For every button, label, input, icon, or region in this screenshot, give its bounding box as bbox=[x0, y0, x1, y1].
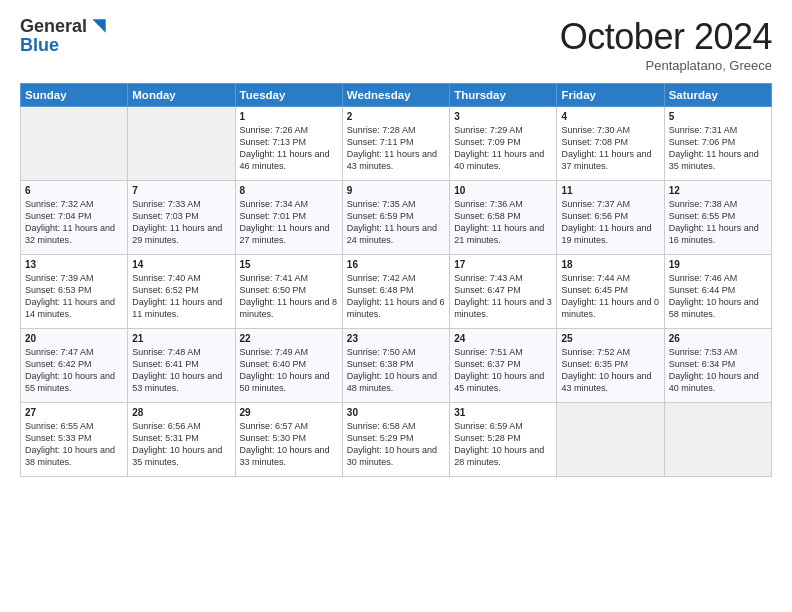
calendar-cell: 2Sunrise: 7:28 AMSunset: 7:11 PMDaylight… bbox=[342, 107, 449, 181]
cell-info: Sunrise: 7:52 AMSunset: 6:35 PMDaylight:… bbox=[561, 346, 659, 395]
calendar-cell: 12Sunrise: 7:38 AMSunset: 6:55 PMDayligh… bbox=[664, 181, 771, 255]
calendar-cell: 4Sunrise: 7:30 AMSunset: 7:08 PMDaylight… bbox=[557, 107, 664, 181]
cell-info: Sunrise: 7:33 AMSunset: 7:03 PMDaylight:… bbox=[132, 198, 230, 247]
calendar-cell bbox=[557, 403, 664, 477]
calendar-cell: 28Sunrise: 6:56 AMSunset: 5:31 PMDayligh… bbox=[128, 403, 235, 477]
calendar-cell: 11Sunrise: 7:37 AMSunset: 6:56 PMDayligh… bbox=[557, 181, 664, 255]
logo-blue-text: Blue bbox=[20, 36, 109, 54]
calendar-cell: 15Sunrise: 7:41 AMSunset: 6:50 PMDayligh… bbox=[235, 255, 342, 329]
calendar-cell: 21Sunrise: 7:48 AMSunset: 6:41 PMDayligh… bbox=[128, 329, 235, 403]
day-number: 8 bbox=[240, 185, 338, 196]
calendar-cell: 8Sunrise: 7:34 AMSunset: 7:01 PMDaylight… bbox=[235, 181, 342, 255]
cell-info: Sunrise: 7:26 AMSunset: 7:13 PMDaylight:… bbox=[240, 124, 338, 173]
cell-info: Sunrise: 6:55 AMSunset: 5:33 PMDaylight:… bbox=[25, 420, 123, 469]
calendar-table: SundayMondayTuesdayWednesdayThursdayFrid… bbox=[20, 83, 772, 477]
cell-info: Sunrise: 7:36 AMSunset: 6:58 PMDaylight:… bbox=[454, 198, 552, 247]
calendar-cell bbox=[21, 107, 128, 181]
calendar-cell: 25Sunrise: 7:52 AMSunset: 6:35 PMDayligh… bbox=[557, 329, 664, 403]
calendar-week-row: 27Sunrise: 6:55 AMSunset: 5:33 PMDayligh… bbox=[21, 403, 772, 477]
calendar-cell: 18Sunrise: 7:44 AMSunset: 6:45 PMDayligh… bbox=[557, 255, 664, 329]
day-number: 2 bbox=[347, 111, 445, 122]
calendar-cell: 13Sunrise: 7:39 AMSunset: 6:53 PMDayligh… bbox=[21, 255, 128, 329]
cell-info: Sunrise: 7:34 AMSunset: 7:01 PMDaylight:… bbox=[240, 198, 338, 247]
day-header-saturday: Saturday bbox=[664, 84, 771, 107]
cell-info: Sunrise: 7:47 AMSunset: 6:42 PMDaylight:… bbox=[25, 346, 123, 395]
calendar-cell: 1Sunrise: 7:26 AMSunset: 7:13 PMDaylight… bbox=[235, 107, 342, 181]
logo-general-text: General bbox=[20, 17, 87, 35]
page-header: General Blue October 2024 Pentaplatano, … bbox=[20, 16, 772, 73]
cell-info: Sunrise: 7:44 AMSunset: 6:45 PMDaylight:… bbox=[561, 272, 659, 321]
calendar-cell: 9Sunrise: 7:35 AMSunset: 6:59 PMDaylight… bbox=[342, 181, 449, 255]
cell-info: Sunrise: 6:58 AMSunset: 5:29 PMDaylight:… bbox=[347, 420, 445, 469]
cell-info: Sunrise: 7:40 AMSunset: 6:52 PMDaylight:… bbox=[132, 272, 230, 321]
svg-marker-0 bbox=[92, 19, 105, 32]
calendar-cell: 17Sunrise: 7:43 AMSunset: 6:47 PMDayligh… bbox=[450, 255, 557, 329]
cell-info: Sunrise: 7:43 AMSunset: 6:47 PMDaylight:… bbox=[454, 272, 552, 321]
day-number: 26 bbox=[669, 333, 767, 344]
cell-info: Sunrise: 7:35 AMSunset: 6:59 PMDaylight:… bbox=[347, 198, 445, 247]
day-number: 28 bbox=[132, 407, 230, 418]
month-title: October 2024 bbox=[560, 16, 772, 58]
cell-info: Sunrise: 7:38 AMSunset: 6:55 PMDaylight:… bbox=[669, 198, 767, 247]
day-number: 31 bbox=[454, 407, 552, 418]
calendar-cell: 16Sunrise: 7:42 AMSunset: 6:48 PMDayligh… bbox=[342, 255, 449, 329]
calendar-cell: 5Sunrise: 7:31 AMSunset: 7:06 PMDaylight… bbox=[664, 107, 771, 181]
location-subtitle: Pentaplatano, Greece bbox=[560, 58, 772, 73]
cell-info: Sunrise: 7:37 AMSunset: 6:56 PMDaylight:… bbox=[561, 198, 659, 247]
calendar-cell: 3Sunrise: 7:29 AMSunset: 7:09 PMDaylight… bbox=[450, 107, 557, 181]
cell-info: Sunrise: 7:29 AMSunset: 7:09 PMDaylight:… bbox=[454, 124, 552, 173]
day-number: 9 bbox=[347, 185, 445, 196]
cell-info: Sunrise: 7:28 AMSunset: 7:11 PMDaylight:… bbox=[347, 124, 445, 173]
calendar-cell: 26Sunrise: 7:53 AMSunset: 6:34 PMDayligh… bbox=[664, 329, 771, 403]
cell-info: Sunrise: 7:50 AMSunset: 6:38 PMDaylight:… bbox=[347, 346, 445, 395]
cell-info: Sunrise: 7:31 AMSunset: 7:06 PMDaylight:… bbox=[669, 124, 767, 173]
day-number: 24 bbox=[454, 333, 552, 344]
calendar-cell: 20Sunrise: 7:47 AMSunset: 6:42 PMDayligh… bbox=[21, 329, 128, 403]
cell-info: Sunrise: 7:32 AMSunset: 7:04 PMDaylight:… bbox=[25, 198, 123, 247]
day-number: 27 bbox=[25, 407, 123, 418]
day-number: 15 bbox=[240, 259, 338, 270]
day-number: 17 bbox=[454, 259, 552, 270]
cell-info: Sunrise: 7:42 AMSunset: 6:48 PMDaylight:… bbox=[347, 272, 445, 321]
calendar-cell: 22Sunrise: 7:49 AMSunset: 6:40 PMDayligh… bbox=[235, 329, 342, 403]
calendar-cell bbox=[664, 403, 771, 477]
day-number: 19 bbox=[669, 259, 767, 270]
calendar-cell: 7Sunrise: 7:33 AMSunset: 7:03 PMDaylight… bbox=[128, 181, 235, 255]
day-number: 7 bbox=[132, 185, 230, 196]
day-number: 23 bbox=[347, 333, 445, 344]
day-number: 16 bbox=[347, 259, 445, 270]
calendar-cell: 27Sunrise: 6:55 AMSunset: 5:33 PMDayligh… bbox=[21, 403, 128, 477]
cell-info: Sunrise: 7:39 AMSunset: 6:53 PMDaylight:… bbox=[25, 272, 123, 321]
calendar-header-row: SundayMondayTuesdayWednesdayThursdayFrid… bbox=[21, 84, 772, 107]
cell-info: Sunrise: 6:57 AMSunset: 5:30 PMDaylight:… bbox=[240, 420, 338, 469]
day-number: 21 bbox=[132, 333, 230, 344]
calendar-cell: 19Sunrise: 7:46 AMSunset: 6:44 PMDayligh… bbox=[664, 255, 771, 329]
calendar-cell: 23Sunrise: 7:50 AMSunset: 6:38 PMDayligh… bbox=[342, 329, 449, 403]
day-header-sunday: Sunday bbox=[21, 84, 128, 107]
cell-info: Sunrise: 7:30 AMSunset: 7:08 PMDaylight:… bbox=[561, 124, 659, 173]
calendar-week-row: 1Sunrise: 7:26 AMSunset: 7:13 PMDaylight… bbox=[21, 107, 772, 181]
calendar-week-row: 20Sunrise: 7:47 AMSunset: 6:42 PMDayligh… bbox=[21, 329, 772, 403]
calendar-cell: 14Sunrise: 7:40 AMSunset: 6:52 PMDayligh… bbox=[128, 255, 235, 329]
day-number: 29 bbox=[240, 407, 338, 418]
day-header-monday: Monday bbox=[128, 84, 235, 107]
day-number: 5 bbox=[669, 111, 767, 122]
calendar-cell: 10Sunrise: 7:36 AMSunset: 6:58 PMDayligh… bbox=[450, 181, 557, 255]
day-number: 12 bbox=[669, 185, 767, 196]
day-number: 1 bbox=[240, 111, 338, 122]
cell-info: Sunrise: 7:48 AMSunset: 6:41 PMDaylight:… bbox=[132, 346, 230, 395]
cell-info: Sunrise: 7:51 AMSunset: 6:37 PMDaylight:… bbox=[454, 346, 552, 395]
calendar-cell: 6Sunrise: 7:32 AMSunset: 7:04 PMDaylight… bbox=[21, 181, 128, 255]
day-number: 30 bbox=[347, 407, 445, 418]
day-number: 3 bbox=[454, 111, 552, 122]
cell-info: Sunrise: 6:56 AMSunset: 5:31 PMDaylight:… bbox=[132, 420, 230, 469]
day-header-friday: Friday bbox=[557, 84, 664, 107]
day-number: 11 bbox=[561, 185, 659, 196]
calendar-cell: 30Sunrise: 6:58 AMSunset: 5:29 PMDayligh… bbox=[342, 403, 449, 477]
calendar-week-row: 6Sunrise: 7:32 AMSunset: 7:04 PMDaylight… bbox=[21, 181, 772, 255]
calendar-cell: 24Sunrise: 7:51 AMSunset: 6:37 PMDayligh… bbox=[450, 329, 557, 403]
day-number: 13 bbox=[25, 259, 123, 270]
day-number: 10 bbox=[454, 185, 552, 196]
day-number: 22 bbox=[240, 333, 338, 344]
title-block: October 2024 Pentaplatano, Greece bbox=[560, 16, 772, 73]
